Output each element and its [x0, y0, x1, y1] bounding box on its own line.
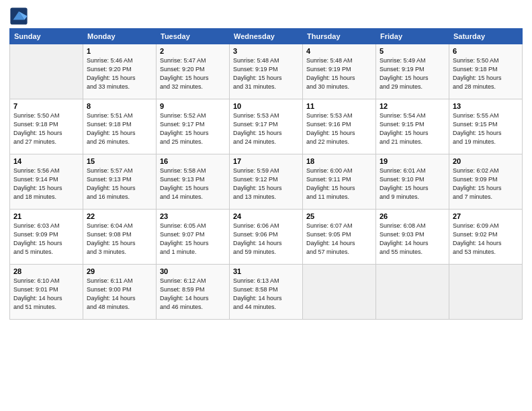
day-info: Sunrise: 5:49 AM Sunset: 9:19 PM Dayligh… — [380, 56, 445, 91]
day-cell: 8Sunrise: 5:51 AM Sunset: 9:18 PM Daylig… — [83, 99, 157, 154]
day-cell: 26Sunrise: 6:08 AM Sunset: 9:03 PM Dayli… — [376, 210, 449, 265]
week-row-5: 28Sunrise: 6:10 AM Sunset: 9:01 PM Dayli… — [10, 265, 523, 320]
day-info: Sunrise: 6:08 AM Sunset: 9:03 PM Dayligh… — [380, 222, 445, 257]
day-cell: 17Sunrise: 5:59 AM Sunset: 9:12 PM Dayli… — [230, 154, 303, 210]
logo-icon — [9, 7, 28, 26]
day-cell — [449, 265, 523, 320]
day-cell: 31Sunrise: 6:13 AM Sunset: 8:58 PM Dayli… — [230, 265, 303, 320]
logo — [9, 7, 31, 26]
day-info: Sunrise: 5:47 AM Sunset: 9:20 PM Dayligh… — [160, 56, 226, 91]
day-number: 27 — [453, 212, 519, 220]
day-info: Sunrise: 5:56 AM Sunset: 9:14 PM Dayligh… — [13, 167, 79, 201]
day-number: 20 — [453, 157, 519, 165]
day-info: Sunrise: 5:53 AM Sunset: 9:17 PM Dayligh… — [233, 111, 299, 146]
calendar-table: SundayMondayTuesdayWednesdayThursdayFrid… — [9, 28, 523, 320]
week-row-1: 1Sunrise: 5:46 AM Sunset: 9:20 PM Daylig… — [10, 44, 523, 99]
day-info: Sunrise: 5:50 AM Sunset: 9:18 PM Dayligh… — [453, 56, 519, 91]
day-info: Sunrise: 6:05 AM Sunset: 9:07 PM Dayligh… — [160, 222, 226, 257]
day-cell: 15Sunrise: 5:57 AM Sunset: 9:13 PM Dayli… — [83, 154, 157, 210]
header-row: SundayMondayTuesdayWednesdayThursdayFrid… — [10, 29, 523, 44]
day-cell: 10Sunrise: 5:53 AM Sunset: 9:17 PM Dayli… — [230, 99, 303, 154]
day-info: Sunrise: 5:51 AM Sunset: 9:18 PM Dayligh… — [87, 111, 152, 146]
col-header-wednesday: Wednesday — [230, 29, 303, 44]
col-header-friday: Friday — [376, 29, 449, 44]
day-number: 30 — [160, 267, 226, 275]
day-cell: 6Sunrise: 5:50 AM Sunset: 9:18 PM Daylig… — [449, 44, 523, 99]
col-header-thursday: Thursday — [303, 29, 376, 44]
day-number: 19 — [380, 157, 445, 165]
header — [9, 7, 523, 26]
day-number: 31 — [233, 267, 299, 275]
day-cell — [303, 265, 376, 320]
day-info: Sunrise: 5:53 AM Sunset: 9:16 PM Dayligh… — [306, 111, 372, 146]
day-info: Sunrise: 6:07 AM Sunset: 9:05 PM Dayligh… — [306, 222, 372, 257]
day-cell: 20Sunrise: 6:02 AM Sunset: 9:09 PM Dayli… — [449, 154, 523, 210]
day-number: 13 — [453, 102, 519, 110]
day-info: Sunrise: 5:52 AM Sunset: 9:17 PM Dayligh… — [160, 111, 226, 146]
day-cell: 5Sunrise: 5:49 AM Sunset: 9:19 PM Daylig… — [376, 44, 449, 99]
day-number: 24 — [233, 212, 299, 220]
day-info: Sunrise: 6:02 AM Sunset: 9:09 PM Dayligh… — [453, 167, 519, 201]
col-header-tuesday: Tuesday — [157, 29, 230, 44]
day-number: 11 — [306, 102, 372, 110]
day-cell: 23Sunrise: 6:05 AM Sunset: 9:07 PM Dayli… — [157, 210, 230, 265]
day-cell: 14Sunrise: 5:56 AM Sunset: 9:14 PM Dayli… — [10, 154, 83, 210]
day-cell: 27Sunrise: 6:09 AM Sunset: 9:02 PM Dayli… — [449, 210, 523, 265]
day-number: 1 — [87, 47, 152, 55]
day-cell — [10, 44, 83, 99]
day-number: 14 — [13, 157, 79, 165]
day-number: 9 — [160, 102, 226, 110]
day-number: 4 — [306, 47, 372, 55]
day-number: 23 — [160, 212, 226, 220]
day-info: Sunrise: 5:57 AM Sunset: 9:13 PM Dayligh… — [87, 167, 152, 201]
day-cell: 4Sunrise: 5:48 AM Sunset: 9:19 PM Daylig… — [303, 44, 376, 99]
day-number: 3 — [233, 47, 299, 55]
day-info: Sunrise: 5:59 AM Sunset: 9:12 PM Dayligh… — [233, 167, 299, 201]
day-cell: 11Sunrise: 5:53 AM Sunset: 9:16 PM Dayli… — [303, 99, 376, 154]
day-number: 8 — [87, 102, 152, 110]
day-number: 18 — [306, 157, 372, 165]
day-number: 21 — [13, 212, 79, 220]
day-cell: 13Sunrise: 5:55 AM Sunset: 9:15 PM Dayli… — [449, 99, 523, 154]
day-info: Sunrise: 6:06 AM Sunset: 9:06 PM Dayligh… — [233, 222, 299, 257]
week-row-4: 21Sunrise: 6:03 AM Sunset: 9:09 PM Dayli… — [10, 210, 523, 265]
day-cell: 7Sunrise: 5:50 AM Sunset: 9:18 PM Daylig… — [10, 99, 83, 154]
day-number: 25 — [306, 212, 372, 220]
day-cell — [376, 265, 449, 320]
day-cell: 29Sunrise: 6:11 AM Sunset: 9:00 PM Dayli… — [83, 265, 157, 320]
day-info: Sunrise: 6:13 AM Sunset: 8:58 PM Dayligh… — [233, 277, 299, 312]
day-number: 10 — [233, 102, 299, 110]
day-info: Sunrise: 6:10 AM Sunset: 9:01 PM Dayligh… — [13, 277, 79, 312]
day-number: 26 — [380, 212, 445, 220]
day-number: 28 — [13, 267, 79, 275]
day-cell: 24Sunrise: 6:06 AM Sunset: 9:06 PM Dayli… — [230, 210, 303, 265]
day-info: Sunrise: 5:58 AM Sunset: 9:13 PM Dayligh… — [160, 167, 226, 201]
col-header-saturday: Saturday — [449, 29, 523, 44]
day-info: Sunrise: 6:03 AM Sunset: 9:09 PM Dayligh… — [13, 222, 79, 257]
day-info: Sunrise: 6:11 AM Sunset: 9:00 PM Dayligh… — [87, 277, 152, 312]
day-cell: 9Sunrise: 5:52 AM Sunset: 9:17 PM Daylig… — [157, 99, 230, 154]
day-number: 22 — [87, 212, 152, 220]
col-header-monday: Monday — [83, 29, 157, 44]
day-number: 5 — [380, 47, 445, 55]
day-number: 7 — [13, 102, 79, 110]
day-info: Sunrise: 6:01 AM Sunset: 9:10 PM Dayligh… — [380, 167, 445, 201]
day-cell: 1Sunrise: 5:46 AM Sunset: 9:20 PM Daylig… — [83, 44, 157, 99]
day-info: Sunrise: 5:55 AM Sunset: 9:15 PM Dayligh… — [453, 111, 519, 146]
day-cell: 30Sunrise: 6:12 AM Sunset: 8:59 PM Dayli… — [157, 265, 230, 320]
page-container: SundayMondayTuesdayWednesdayThursdayFrid… — [0, 0, 532, 326]
day-cell: 18Sunrise: 6:00 AM Sunset: 9:11 PM Dayli… — [303, 154, 376, 210]
day-cell: 28Sunrise: 6:10 AM Sunset: 9:01 PM Dayli… — [10, 265, 83, 320]
day-cell: 3Sunrise: 5:48 AM Sunset: 9:19 PM Daylig… — [230, 44, 303, 99]
day-number: 29 — [87, 267, 152, 275]
day-info: Sunrise: 5:54 AM Sunset: 9:15 PM Dayligh… — [380, 111, 445, 146]
day-info: Sunrise: 5:48 AM Sunset: 9:19 PM Dayligh… — [233, 56, 299, 91]
day-info: Sunrise: 6:09 AM Sunset: 9:02 PM Dayligh… — [453, 222, 519, 257]
week-row-3: 14Sunrise: 5:56 AM Sunset: 9:14 PM Dayli… — [10, 154, 523, 210]
day-info: Sunrise: 6:00 AM Sunset: 9:11 PM Dayligh… — [306, 167, 372, 201]
day-number: 17 — [233, 157, 299, 165]
day-cell: 2Sunrise: 5:47 AM Sunset: 9:20 PM Daylig… — [157, 44, 230, 99]
day-info: Sunrise: 6:04 AM Sunset: 9:08 PM Dayligh… — [87, 222, 152, 257]
day-cell: 21Sunrise: 6:03 AM Sunset: 9:09 PM Dayli… — [10, 210, 83, 265]
day-number: 16 — [160, 157, 226, 165]
